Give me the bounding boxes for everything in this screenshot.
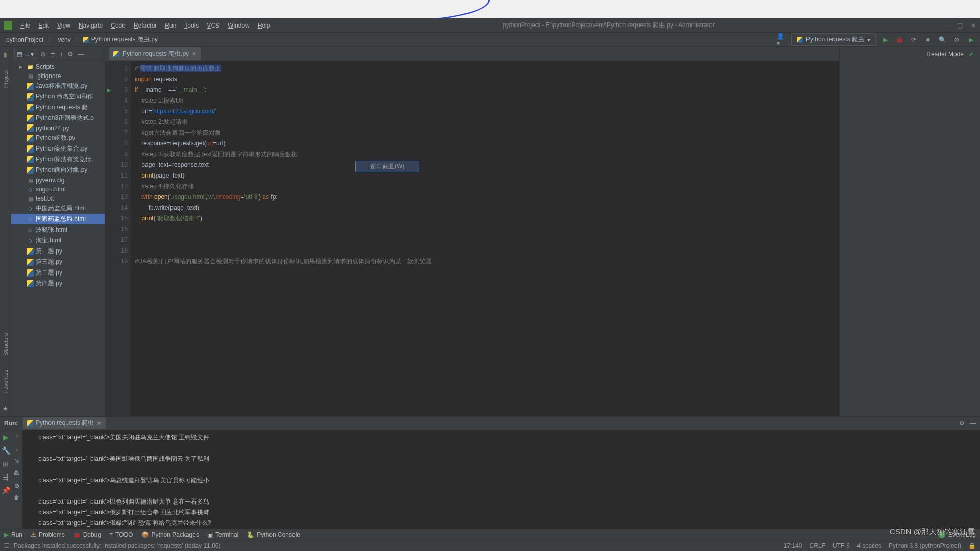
tree-item[interactable]: ◇淘宝.html (11, 235, 105, 246)
trash-icon[interactable]: 🗑 (14, 494, 20, 502)
code-editor[interactable]: 12▶345678910111213141516171819 # 需求:爬取搜狗… (105, 61, 839, 416)
hide-icon[interactable]: — (970, 420, 976, 427)
problems-tool-button[interactable]: ⚠Problems (31, 531, 65, 538)
close-tab-icon[interactable]: ✕ (192, 51, 197, 57)
menu-run[interactable]: Run (161, 20, 180, 31)
structure-tool-tab[interactable]: Structure (3, 331, 9, 358)
debug-button[interactable]: 🐞 (894, 35, 904, 45)
tree-item[interactable]: Python算法有奖竞猜. (11, 154, 105, 165)
python-packages-button[interactable]: 📦Python Packages (141, 531, 199, 538)
clear-icon[interactable]: ⊘ (14, 482, 19, 489)
close-button[interactable]: ✕ (971, 22, 976, 29)
coverage-button[interactable]: ⟳ (909, 35, 919, 45)
target-icon[interactable]: ⊕ (40, 50, 46, 58)
maximize-button[interactable]: ▢ (957, 22, 963, 29)
breadcrumb[interactable]: Python requests 爬虫.py (89, 34, 160, 45)
menu-refactor[interactable]: Refactor (130, 20, 161, 31)
caret-position[interactable]: 17:140 (783, 542, 802, 549)
menu-code[interactable]: Code (107, 20, 130, 31)
minimize-button[interactable]: — (943, 22, 949, 29)
pin-icon[interactable]: 📌 (2, 486, 10, 494)
stop-button[interactable]: ■ (923, 35, 933, 45)
debug-tool-button[interactable]: 🐞Debug (73, 531, 101, 538)
status-indicator-icon[interactable]: ☐ (4, 542, 10, 549)
tree-item-label: 国家药监总局.html (36, 215, 86, 223)
run-configuration-dropdown[interactable]: Python requests 爬虫 ▾ (791, 33, 876, 46)
run-tab[interactable]: Python requests 爬虫 ✕ (23, 417, 106, 429)
tree-item[interactable]: ◇中国药监总局.html (11, 203, 105, 214)
lock-icon[interactable]: 🔒 (968, 542, 976, 549)
code-content[interactable]: # 需求:爬取搜狗首页的页面数据import requestsif __name… (131, 61, 839, 416)
export-icon[interactable]: ⇲ (14, 458, 19, 465)
menu-help[interactable]: Help (254, 20, 275, 31)
line-separator[interactable]: CRLF (810, 542, 825, 549)
gear-icon[interactable]: ⚙ (959, 420, 965, 427)
tree-item[interactable]: ◇波晓张.html (11, 224, 105, 235)
tree-item[interactable]: ▤test.txt (11, 194, 105, 203)
menu-edit[interactable]: Edit (34, 20, 53, 31)
add-user-icon[interactable]: 👤▾ (777, 35, 787, 45)
close-tab-icon[interactable]: ✕ (96, 420, 102, 427)
tree-item[interactable]: python24.py (11, 123, 105, 133)
menu-navigate[interactable]: Navigate (75, 20, 107, 31)
folder-icon[interactable]: ▮ (4, 51, 7, 58)
indent-setting[interactable]: 4 spaces (857, 542, 881, 549)
project-tree[interactable]: ▸📁Scripts▤.gitignoreJava标准库概览.pyPython 命… (11, 61, 105, 416)
tree-item[interactable]: ▤pyvenv.cfg (11, 176, 105, 185)
search-icon[interactable]: 🔍 (937, 35, 947, 45)
tree-item[interactable]: Python函数.py (11, 133, 105, 143)
tree-item[interactable]: Python3正则表达式.p (11, 113, 105, 123)
tree-item[interactable]: ◇sogou.html (11, 185, 105, 194)
editor-tab[interactable]: Python requests 爬虫.py ✕ (109, 47, 201, 60)
menu-tools[interactable]: Tools (180, 20, 203, 31)
code-with-me-icon[interactable]: ▶ (966, 35, 976, 45)
menu-vcs[interactable]: VCS (203, 20, 224, 31)
tree-item[interactable]: Python案例集合.py (11, 143, 105, 154)
editor-area: Python requests 爬虫.py ✕ 12▶3456789101112… (105, 47, 839, 416)
print-icon[interactable]: 🖶 (14, 470, 20, 477)
breadcrumb[interactable]: venv (56, 35, 72, 44)
todo-tool-button[interactable]: ≡TODO (109, 531, 133, 538)
tree-item[interactable]: ▸📁Scripts (11, 62, 105, 71)
wrench-icon[interactable]: 🔧 (2, 446, 10, 455)
tree-item[interactable]: ◇国家药监总局.html (11, 214, 105, 224)
menu-view[interactable]: View (53, 20, 75, 31)
tree-item[interactable]: ▤.gitignore (11, 71, 105, 81)
interpreter[interactable]: Python 3.8 (pythonProject) (889, 542, 961, 549)
rerun-icon[interactable]: ▶ (3, 433, 9, 441)
settings-icon[interactable]: ⚙ (951, 35, 962, 45)
tree-item[interactable]: Python 命名空间和作 (11, 91, 105, 102)
filter-icon[interactable]: ⇶ (3, 473, 9, 481)
tree-item-label: Python算法有奖竞猜. (36, 155, 93, 164)
python-console-button[interactable]: 🐍Python Console (247, 531, 300, 538)
tree-item[interactable]: 第三题.py (11, 257, 105, 267)
tree-item[interactable]: 第二题.py (11, 267, 105, 278)
tree-item[interactable]: Java标准库概览.py (11, 81, 105, 91)
breadcrumb[interactable]: pythonProject (4, 35, 45, 44)
favorites-tool-tab[interactable]: Favorites (3, 368, 9, 395)
run-output[interactable]: class='txt' target='_blank'>美国关闭驻乌克兰大使馆 … (22, 430, 980, 529)
gear-icon[interactable]: ⚙ (67, 50, 74, 58)
hide-icon[interactable]: — (78, 50, 84, 58)
tree-item[interactable]: Python requests 爬 (11, 102, 105, 113)
tree-item[interactable]: 第四题.py (11, 278, 105, 289)
tree-item[interactable]: 第一题.py (11, 246, 105, 257)
tree-item[interactable]: Python面向对象.py (11, 165, 105, 176)
reader-mode-label[interactable]: Reader Mode (926, 51, 964, 58)
down-icon[interactable]: ↓ (15, 445, 18, 453)
tree-item-label: 第一题.py (36, 247, 62, 256)
menu-file[interactable]: File (16, 20, 34, 31)
file-encoding[interactable]: UTF-8 (832, 542, 850, 549)
expand-icon[interactable]: ↕ (60, 50, 63, 58)
terminal-tool-button[interactable]: ▣Terminal (207, 531, 238, 538)
project-view-dropdown[interactable]: ▤ ...▾ (14, 49, 36, 59)
reader-mode-panel: Reader Mode ✔ (839, 47, 980, 416)
project-tool-tab[interactable]: Project (3, 68, 9, 90)
tree-item-label: Python 命名空间和作 (36, 92, 93, 101)
run-tool-button[interactable]: ▶Run (4, 531, 22, 538)
run-button[interactable]: ▶ (880, 35, 890, 45)
up-icon[interactable]: ↑ (15, 433, 18, 440)
layout-icon[interactable]: ⊞ (3, 460, 9, 468)
collapse-icon[interactable]: ≑ (50, 50, 56, 58)
menu-window[interactable]: Window (224, 20, 254, 31)
